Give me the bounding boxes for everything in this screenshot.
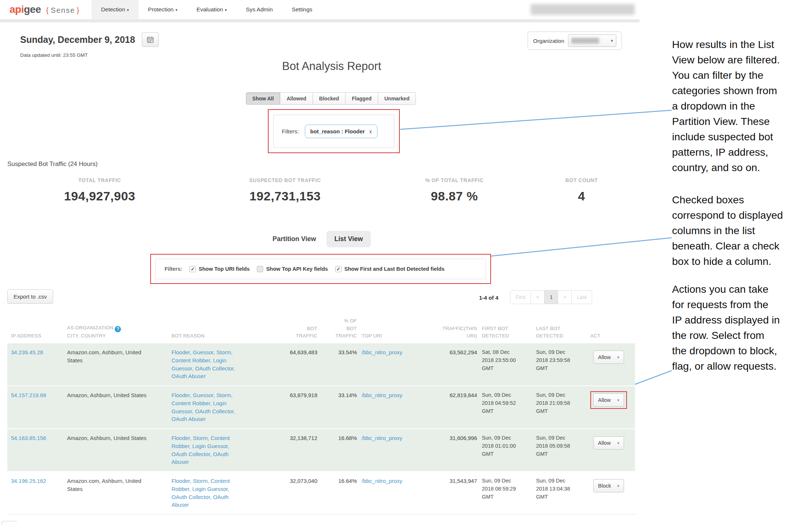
report-date: Sunday, December 9, 2018 [20, 34, 135, 45]
status-tab-row: Show All Allowed Blocked Flagged Unmarke… [0, 92, 662, 105]
bot-reason-links[interactable]: Flooder, Storm, Content Robber, Login Gu… [171, 435, 230, 465]
stat-value: 4 [501, 189, 662, 203]
nav-item-label: Evaluation [196, 6, 223, 12]
col-header-bot-traffic: BOT TRAFFIC [266, 325, 317, 340]
action-dropdown[interactable]: Allow▾ [593, 436, 624, 450]
top-uri-link[interactable]: /bbc_nitro_proxy [362, 435, 402, 441]
tab-list-view[interactable]: List View [326, 231, 371, 247]
traffic-this-uri-cell: 31,606,996 [422, 434, 477, 466]
nav-item-sys-admin[interactable]: Sys Admin [236, 0, 282, 19]
annotation-text-line: Partition View. These [672, 114, 812, 129]
caret-down-icon: ▾ [611, 38, 613, 43]
apigee-sense-logo: apigee {Sense} [10, 4, 80, 15]
ip-address-link[interactable]: 34.239.45.28 [11, 349, 43, 355]
col-header-traffic-this-uri: TRAFFIC(THIS URI) [422, 325, 477, 340]
caret-down-icon: ▾ [176, 8, 178, 12]
help-icon[interactable]: ? [115, 326, 121, 332]
pct-bot-traffic-cell: 33.14% [322, 391, 357, 423]
nav-item-detection[interactable]: Detection▾ [92, 0, 139, 19]
nav-item-protection[interactable]: Protection▾ [139, 0, 187, 19]
top-uri-link[interactable]: /bbc_nitro_proxy [362, 392, 402, 398]
annotation-text-line: flag, or allow requests. [672, 358, 812, 374]
pagination-last[interactable]: Last [571, 290, 592, 304]
ip-address-link[interactable]: 34.196.25.162 [11, 478, 46, 484]
nav-divider [0, 19, 639, 22]
bot-reason-links[interactable]: Flooder, Storm, Content Robber, Login Gu… [171, 478, 230, 508]
account-name-redacted[interactable] [531, 4, 635, 15]
organization-select[interactable]: ▾ [568, 34, 616, 47]
header-line: DETECTED [536, 332, 586, 340]
nav-item-evaluation[interactable]: Evaluation▾ [187, 0, 236, 19]
remove-filter-icon[interactable]: x [369, 129, 372, 134]
stat-bot-count: BOT COUNT 4 [501, 177, 662, 203]
pagination-first[interactable]: First [510, 290, 531, 304]
annotation-filtering: How results in the List View below are f… [672, 37, 812, 175]
header-line: DETECTED [482, 332, 531, 340]
tab-allowed[interactable]: Allowed [280, 92, 313, 105]
action-label: Block [598, 483, 611, 489]
header-line: AS ORGANIZATION [67, 325, 114, 330]
col-header-as-organization: AS ORGANIZATION ?, CITY, COUNTRY [67, 324, 167, 340]
bot-traffic-cell: 32,138,712 [266, 434, 317, 466]
checkbox-checked-icon: ✓ [189, 266, 196, 272]
ip-address-link[interactable]: 54.157.219.68 [11, 392, 46, 398]
calendar-icon [147, 36, 154, 43]
stat-label: BOT COUNT [501, 177, 662, 183]
data-updated-note: Data updated until: 23:55 GMT [20, 52, 88, 58]
tab-blocked[interactable]: Blocked [313, 92, 346, 105]
logo-brace-close: } [77, 6, 80, 14]
stat-value: 194,927,903 [19, 189, 180, 203]
column-filters-box: Filters: ✓ Show Top URI fields Show Top … [155, 259, 486, 279]
pagination-prev[interactable]: < [531, 290, 545, 304]
export-csv-button[interactable]: Export to .csv [7, 289, 53, 304]
header-comma: , [121, 325, 122, 330]
table-header: IP ADDRESS AS ORGANIZATION ?, CITY, COUN… [7, 310, 635, 343]
page: apigee {Sense} Detection▾ Protection▾ Ev… [0, 0, 812, 525]
bot-reason-links[interactable]: Flooder, Guessor, Storm, Content Robber,… [171, 392, 235, 422]
header-line: FIRST BOT [482, 325, 531, 332]
header-line: TRAFFIC [266, 332, 317, 340]
header-line: LAST BOT [536, 325, 586, 332]
checkbox-unchecked-icon [257, 266, 263, 272]
header-line: TRAFFIC [322, 332, 357, 340]
tab-show-all[interactable]: Show All [246, 92, 281, 105]
nav-item-settings[interactable]: Settings [282, 0, 322, 19]
logo-gee: gee [24, 4, 41, 15]
checkbox-show-top-api-key-fields[interactable]: Show Top API Key fields [257, 266, 328, 272]
tab-flagged[interactable]: Flagged [345, 92, 378, 105]
active-filters-box: Filters: bot_reason : Flooder x [273, 115, 394, 148]
annotation-text-line: correspond to displayed [672, 207, 812, 223]
bot-reason-links[interactable]: Flooder, Guessor, Storm, Content Robber,… [171, 349, 235, 379]
pagination-next[interactable]: > [558, 290, 572, 304]
action-dropdown[interactable]: Allow▾ [593, 393, 624, 407]
checkbox-show-top-uri-fields[interactable]: ✓ Show Top URI fields [189, 266, 250, 272]
header-line: BOT [322, 325, 357, 332]
top-uri-link[interactable]: /bbc_nitro_proxy [362, 349, 402, 355]
table-row: 54.157.219.68 Amazon, Ashburn, United St… [7, 386, 635, 429]
pagination-range: 1-4 of 4 [454, 295, 498, 301]
status-tabs: Show All Allowed Blocked Flagged Unmarke… [246, 92, 416, 105]
annotation-text-line: box to hide a column. [672, 254, 812, 269]
date-picker-button[interactable] [142, 32, 159, 47]
tab-partition-view[interactable]: Partition View [273, 235, 316, 243]
checkbox-show-first-last-bot-detected-fields[interactable]: ✓ Show First and Last Bot Detected field… [335, 266, 444, 272]
filters-label: Filters: [282, 128, 299, 135]
action-dropdown[interactable]: Block▾ [593, 479, 624, 492]
header-line: TRAFFIC(THIS [422, 325, 477, 332]
annotation-text-line: beneath. Clear a check [672, 238, 812, 254]
pct-bot-traffic-cell: 33.54% [322, 348, 357, 380]
ip-address-link[interactable]: 54.163.85.156 [11, 435, 46, 441]
filter-chip-label: bot_reason : Flooder [310, 128, 365, 134]
organization-selector: Organization ▾ [528, 32, 622, 50]
top-uri-link[interactable]: /bbc_nitro_proxy [362, 478, 402, 484]
caret-down-icon: ▾ [617, 398, 619, 403]
action-dropdown[interactable]: Allow▾ [593, 351, 624, 364]
annotation-text-line: How results in the List [672, 37, 812, 52]
first-bot-detected-cell: Sun, 09 Dec 2018 01:01:00 GMT [482, 434, 531, 466]
filter-chip-bot-reason[interactable]: bot_reason : Flooder x [305, 125, 377, 138]
pagination-page-1[interactable]: 1 [544, 290, 558, 304]
stat-label: TOTAL TRAFFIC [19, 177, 180, 183]
nav-item-label: Sys Admin [246, 6, 273, 12]
tab-unmarked[interactable]: Unmarked [378, 92, 416, 105]
annotation-text-line: IP address displayed in [672, 312, 812, 328]
